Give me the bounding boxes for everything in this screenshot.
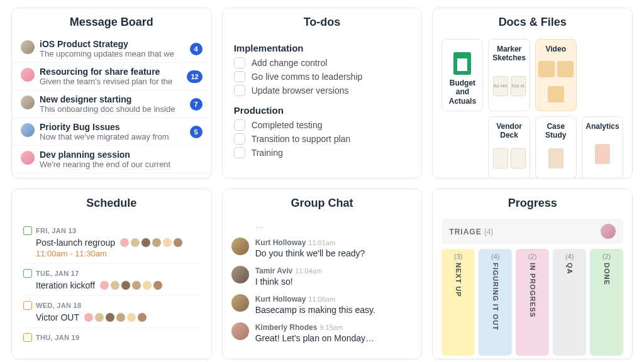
doc-tile-vendor[interactable]: Vendor Deck [488,116,530,178]
message-snippet: Now that we've migrated away from [40,132,203,141]
chat-message[interactable]: Kurt Holloway11:01am Do you think we'll … [231,236,413,258]
todo-label: Add change control [252,58,328,68]
column-count: (4) [565,253,574,260]
chat-text: Do you think we'll be ready? [255,248,365,258]
kanban-column-figuring[interactable]: (4)FIGURING IT OUT [479,249,512,356]
avatar-icon [21,151,35,165]
message-item[interactable]: Dev planning session We're nearing the e… [12,146,211,173]
kanban-column-next-up[interactable]: (3)NEXT UP [441,249,475,356]
todos-card[interactable]: To-dos Implementation Add change control… [222,8,423,178]
avatar-icon [601,224,616,239]
todo-item[interactable]: Transition to support plan [234,133,411,145]
column-count: (2) [602,253,611,260]
chat-card[interactable]: Group Chat … Kurt Holloway11:01am Do you… [222,189,423,359]
kanban-board: (3)NEXT UP (4)FIGURING IT OUT (2)IN PROG… [441,249,623,356]
todo-label: Go live comms to leadership [252,72,363,82]
column-label: QA [566,263,574,275]
chat-title: Group Chat [223,189,422,216]
spreadsheet-icon [453,52,471,75]
kanban-column-qa[interactable]: (4)QA [553,249,586,356]
message-board-card[interactable]: Message Board iOS Product Strategy The u… [11,8,212,178]
calendar-icon [23,269,32,278]
doc-title: Case Study [538,122,574,140]
chat-time: 11:06am [308,295,335,303]
chat-author: Kurt Holloway [255,295,306,304]
thumbnail-icon [538,61,555,77]
message-item[interactable]: Resourcing for share feature Given the t… [12,63,211,90]
todo-section-head[interactable]: Implementation [234,43,411,53]
triage-row[interactable]: TRIAGE(4) [441,219,623,244]
todo-item[interactable]: Update browser versions [234,85,411,96]
date-label: FRI, JAN 13 [36,227,76,234]
checkbox-icon[interactable] [234,57,245,69]
todo-item[interactable]: Completed testing [234,119,411,131]
message-title: iOS Product Strategy [40,39,203,49]
todo-section: Implementation Add change control Go liv… [223,35,422,163]
progress-title: Progress [433,189,632,216]
message-board-title: Message Board [12,8,211,35]
progress-wrap: TRIAGE(4) (3)NEXT UP (4)FIGURING IT OUT … [433,216,632,358]
thumbnail-icon [557,61,574,77]
checkbox-icon[interactable] [234,147,245,158]
message-item[interactable]: Priority Bug Issues Now that we've migra… [12,118,211,146]
todo-section-head[interactable]: Production [234,105,411,116]
schedule-item[interactable]: THU, JAN 19 [23,328,200,347]
unread-badge: 7 [190,98,203,111]
kanban-column-in-progress[interactable]: (2)IN PROGRESS [516,249,549,356]
message-title: Meet-up Poll [40,177,203,178]
checkbox-icon[interactable] [234,133,245,145]
message-item[interactable]: New designer starting This onboarding do… [12,90,211,118]
chat-message[interactable]: Kimberly Rhodes9:15am Great! Let's plan … [231,321,413,343]
chat-author: Kurt Holloway [255,238,306,247]
todo-item[interactable]: Training [234,147,411,158]
progress-card[interactable]: Progress TRIAGE(4) (3)NEXT UP (4)FIGURIN… [432,189,633,359]
chat-text: Great! Let's plan on Monday… [255,333,374,343]
message-snippet: This onboarding doc should be inside [40,104,203,114]
attendee-avatars [83,312,147,322]
todo-item[interactable]: Go live comms to leadership [234,71,411,82]
doc-tile-sketches[interactable]: Marker Sketches Ad minEve nt [488,39,530,111]
todo-label: Transition to support plan [252,134,350,144]
column-label: IN PROGRESS [529,263,536,317]
checkbox-icon[interactable] [234,85,245,96]
checkbox-icon[interactable] [234,119,245,131]
message-snippet: We're nearing the end of our current [40,160,203,169]
chat-message[interactable]: Tamir Aviv11:04am I think so! [231,265,413,287]
column-count: (3) [454,253,462,260]
thumbnail-icon [548,86,564,102]
event-label: Victor OUT [36,312,79,322]
schedule-date: WED, JAN 18 [23,301,200,310]
doc-tile-case-study[interactable]: Case Study [535,116,577,178]
chat-time: 11:01am [308,239,335,246]
todo-item[interactable]: Add change control [234,57,411,69]
avatar-icon [21,123,35,137]
schedule-item[interactable]: TUE, JAN 17 Iteration kickoff [23,264,200,296]
doc-tile-analytics[interactable]: Analytics [582,116,623,178]
schedule-title: Schedule [12,189,211,216]
chat-author: Tamir Aviv [255,266,293,275]
checkbox-icon[interactable] [234,71,245,82]
unread-badge: 4 [190,43,203,55]
column-count: (4) [491,253,499,260]
message-item[interactable]: iOS Product Strategy The upcoming update… [12,35,211,63]
schedule-event-title: Iteration kickoff [36,280,200,290]
triage-label: TRIAGE [449,228,481,236]
message-title: New designer starting [40,94,203,104]
schedule-item[interactable]: FRI, JAN 13 Post-launch regroup 11:00am … [23,221,200,264]
schedule-date: FRI, JAN 13 [23,226,200,235]
message-item[interactable]: Meet-up Poll [12,173,211,178]
docs-card[interactable]: Docs & Files Budget and Actuals Marker S… [432,8,633,178]
kanban-column-done[interactable]: (2)DONE [590,249,623,356]
column-label: NEXT UP [455,263,462,297]
chat-message[interactable]: Kurt Holloway11:06am Basecamp is making … [231,293,413,315]
schedule-card[interactable]: Schedule FRI, JAN 13 Post-launch regroup… [11,189,212,359]
doc-title: Marker Sketches [491,45,526,63]
docs-title: Docs & Files [433,8,632,35]
schedule-date: TUE, JAN 17 [23,269,200,278]
doc-tile-video[interactable]: Video [535,39,577,111]
doc-tile-budget[interactable]: Budget and Actuals [441,39,483,111]
attendee-avatars [99,280,163,290]
attendee-avatars [119,238,183,248]
date-label: THU, JAN 19 [36,334,79,341]
schedule-item[interactable]: WED, JAN 18 Victor OUT [23,296,200,328]
